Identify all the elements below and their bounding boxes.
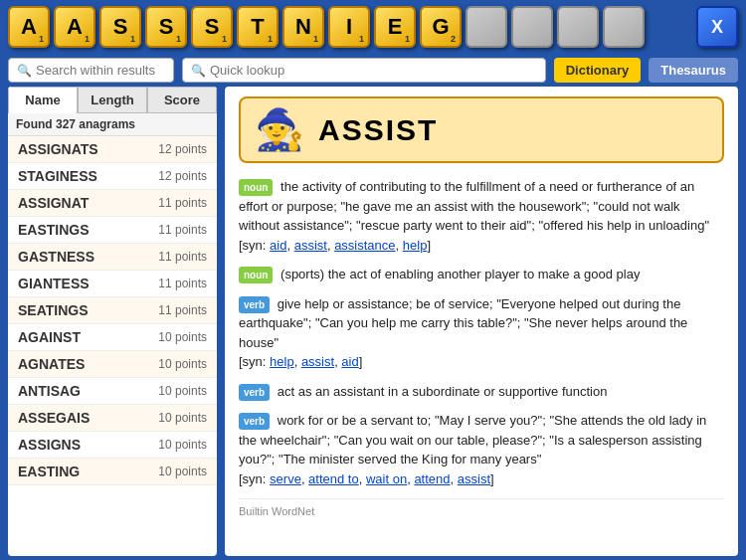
right-panel: 🧙 ASSIST noun the activity of contributi… (225, 87, 738, 556)
word-points: 10 points (158, 438, 207, 452)
tab-length[interactable]: Length (78, 87, 147, 113)
syn-label-3: [syn: (239, 354, 270, 369)
syn5-assist[interactable]: assist (458, 471, 490, 486)
word-name: STAGINESS (18, 168, 97, 184)
word-name: ASSEGAIS (18, 410, 90, 426)
wizard-icon: 🧙 (255, 106, 304, 153)
syn-help[interactable]: help (403, 238, 428, 253)
search-icon: 🔍 (17, 64, 32, 78)
syn3-assist[interactable]: assist (301, 354, 334, 369)
word-row[interactable]: AGNATES10 points (8, 351, 217, 378)
syn3-aid[interactable]: aid (341, 354, 358, 369)
def-text-1: the activity of contributing to the fulf… (239, 179, 709, 233)
def-block-4: verb act as an assistant in a subordinat… (239, 382, 724, 402)
def-text-3: give help or assistance; be of service; … (239, 296, 687, 350)
word-row[interactable]: ASSIGNS10 points (8, 432, 217, 459)
tile-S1[interactable]: S1 (99, 6, 141, 48)
word-row[interactable]: ASSIGNAT11 points (8, 190, 217, 217)
word-row[interactable]: GIANTESS11 points (8, 271, 217, 297)
word-row[interactable]: GASTNESS11 points (8, 244, 217, 271)
word-points: 10 points (158, 411, 207, 425)
syn-assistance[interactable]: assistance (334, 238, 395, 253)
quick-lookup-input[interactable] (210, 63, 537, 78)
word-row[interactable]: AGAINST10 points (8, 324, 217, 351)
tile-blank2[interactable] (511, 6, 553, 48)
dictionary-button[interactable]: Dictionary (554, 58, 642, 83)
word-points: 10 points (158, 465, 207, 478)
main-word: ASSIST (318, 113, 438, 147)
word-points: 11 points (158, 277, 207, 290)
quick-lookup-box: 🔍 (182, 58, 546, 83)
word-points: 11 points (158, 250, 207, 264)
word-row[interactable]: ANTISAG10 points (8, 378, 217, 405)
tile-A1[interactable]: A1 (8, 6, 50, 48)
word-points: 11 points (158, 303, 207, 317)
syn-assist[interactable]: assist (294, 238, 327, 253)
syn-label-5: [syn: (239, 471, 270, 486)
syn5-attend[interactable]: attend (414, 471, 450, 486)
pos-badge-3: verb (239, 296, 270, 313)
syn3-help[interactable]: help (270, 354, 294, 369)
word-row[interactable]: ASSIGNATS12 points (8, 136, 217, 163)
tile-blank4[interactable] (603, 6, 645, 48)
tab-name[interactable]: Name (8, 87, 78, 113)
word-points: 11 points (158, 196, 207, 210)
word-row[interactable]: STAGINESS12 points (8, 163, 217, 190)
tile-G[interactable]: G2 (420, 6, 462, 48)
def-block-1: noun the activity of contributing to the… (239, 177, 724, 255)
tile-blank3[interactable] (557, 6, 599, 48)
word-header: 🧙 ASSIST (239, 96, 724, 163)
tile-N[interactable]: N1 (282, 6, 324, 48)
syn5-attend-to[interactable]: attend to (308, 471, 359, 486)
pos-badge-5: verb (239, 413, 270, 430)
word-points: 10 points (158, 330, 207, 344)
tile-E[interactable]: E1 (374, 6, 416, 48)
def-text-4: act as an assistant in a subordinate or … (278, 384, 608, 399)
word-points: 10 points (158, 384, 207, 398)
search-within-input[interactable] (36, 63, 165, 78)
word-name: EASTING (18, 464, 80, 479)
syn-aid[interactable]: aid (270, 238, 286, 253)
thesaurus-button[interactable]: Thesaurus (649, 58, 738, 83)
word-row[interactable]: SEATINGS11 points (8, 297, 217, 324)
word-points: 10 points (158, 357, 207, 371)
word-row[interactable]: ASSEGAIS10 points (8, 405, 217, 432)
word-name: AGAINST (18, 329, 81, 345)
word-row[interactable]: EASTING10 points (8, 459, 217, 485)
search-bar: 🔍 🔍 Dictionary Thesaurus (0, 54, 746, 87)
word-points: 11 points (158, 223, 207, 237)
tile-S2[interactable]: S1 (145, 6, 187, 48)
word-name: SEATINGS (18, 302, 89, 318)
def-block-2: noun (sports) the act of enabling anothe… (239, 265, 724, 284)
def-text-5: work for or be a servant to; "May I serv… (239, 413, 706, 467)
tile-blank1[interactable] (466, 6, 507, 48)
word-name: ASSIGNAT (18, 195, 89, 211)
syn5-serve[interactable]: serve (270, 471, 301, 486)
search-within-box: 🔍 (8, 58, 174, 83)
word-points: 12 points (158, 142, 207, 156)
found-count: Found 327 anagrams (8, 113, 217, 136)
word-name: ANTISAG (18, 383, 81, 399)
word-name: ASSIGNS (18, 437, 81, 453)
word-name: GASTNESS (18, 249, 94, 265)
def-text-2: (sports) the act of enabling another pla… (280, 267, 640, 281)
source-label: Builtin WordNet (239, 498, 724, 517)
tab-score[interactable]: Score (147, 87, 217, 113)
close-button[interactable]: X (696, 6, 738, 48)
tile-bar: A1 A1 S1 S1 S1 T1 N1 I1 E1 G2 X (0, 0, 746, 54)
left-panel: Name Length Score Found 327 anagrams ASS… (8, 87, 217, 556)
pos-badge-1: noun (239, 179, 273, 196)
word-points: 12 points (158, 169, 207, 183)
tile-T[interactable]: T1 (237, 6, 279, 48)
syn5-wait-on[interactable]: wait on (366, 471, 407, 486)
tile-S3[interactable]: S1 (191, 6, 233, 48)
word-row[interactable]: EASTINGS11 points (8, 217, 217, 244)
def-block-3: verb give help or assistance; be of serv… (239, 294, 724, 372)
pos-badge-2: noun (239, 267, 273, 283)
tile-A2[interactable]: A1 (54, 6, 95, 48)
word-name: GIANTESS (18, 276, 90, 291)
word-name: ASSIGNATS (18, 141, 98, 157)
sort-tabs: Name Length Score (8, 87, 217, 113)
pos-badge-4: verb (239, 384, 270, 401)
tile-I[interactable]: I1 (328, 6, 370, 48)
